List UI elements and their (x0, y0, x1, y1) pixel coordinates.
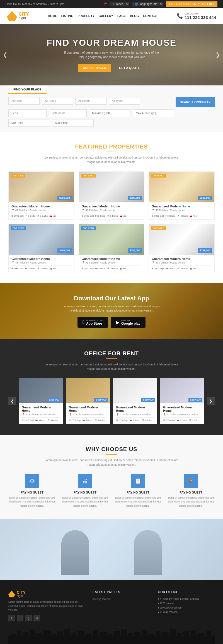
location-pin-icon: 📍 (152, 261, 155, 264)
property-name-0: Guaranteed Modern Home (11, 205, 71, 208)
svg-rect-10 (72, 633, 76, 644)
app-desc: Lorem ipsum dolor sit amet, consectetur … (59, 304, 164, 313)
location-pin-icon: 📍 (82, 209, 85, 212)
property-tag-5: FOR SALE (151, 226, 166, 230)
nav-page[interactable]: PAGE (117, 14, 126, 18)
property-info-5: Guaranteed Modern Home 📍 41 Fullsham Roa… (149, 255, 214, 272)
property-location-1: 📍 41 Fullsham Roads London (82, 209, 142, 212)
featured-property-3[interactable]: FOR RENT $389,000 Guaranteed Modern Home… (8, 224, 74, 272)
app-download-section: Download Our Latest App Lorem ipsum dolo… (0, 283, 223, 339)
rent-property-3[interactable]: $389,000 Guaranteed Modern Home 📍 41 Ful… (160, 378, 204, 424)
status-select[interactable]: All Status (75, 97, 106, 105)
rent-prev-arrow[interactable]: ❮ (8, 397, 16, 405)
location-pin-icon: 📍 (82, 261, 85, 264)
top-bar-right: 🚩 Euronep 🌐 Language: Info LIST YOUR PRO… (104, 1, 217, 7)
nav-contact[interactable]: CONTACT (143, 14, 158, 18)
list-property-button[interactable]: LIST YOUR PROPERTY FOR FREE (166, 1, 217, 7)
featured-property-0[interactable]: FOR SALE $369,000 Guaranteed Modern Home… (8, 171, 74, 220)
app-title: Download Our Latest App (59, 295, 164, 302)
min-area-input[interactable] (89, 109, 130, 117)
property-baths-2: 🚿 3 Baths (177, 215, 188, 217)
max-price-input[interactable] (52, 119, 94, 127)
linkedin-button[interactable]: in (33, 615, 40, 621)
svg-rect-15 (108, 634, 112, 644)
rent-next-arrow[interactable]: ❯ (207, 397, 215, 405)
featured-property-4[interactable]: FOR RENT $395,000 Guaranteed Modern Home… (79, 224, 145, 272)
hero-title: FIND YOUR DREAM HOUSE (47, 38, 176, 48)
svg-rect-29 (206, 631, 211, 644)
why-item-desc-2: Dolor sit amet consectetur adipiscing se… (114, 496, 162, 508)
footer: CITY night Lorem ipsum dolor sit amet, c… (0, 580, 223, 644)
search-property-button[interactable]: SEARCH PROPERTY (176, 97, 215, 107)
google-play-icon: ▶ (116, 319, 120, 325)
phone-number: 111 222 333 444 (185, 15, 216, 20)
svg-rect-18 (128, 633, 133, 644)
app-store-name: App Store (86, 322, 103, 325)
svg-rect-8 (57, 631, 63, 644)
beds-select[interactable]: Beds (8, 109, 47, 117)
svg-rect-26 (183, 631, 189, 644)
rent-property-1[interactable]: $389,000 Guaranteed Modern Home 📍 41 Ful… (66, 378, 110, 424)
nav-property[interactable]: PROPERTY (77, 14, 94, 18)
currency-select[interactable]: Euronep (110, 2, 129, 6)
svg-rect-23 (162, 632, 169, 644)
nav-listing[interactable]: LISTING (61, 14, 73, 18)
featured-desc: Lorem ipsum dolor sit amet, consectetur … (45, 155, 178, 164)
why-item-desc-3: Dolor sit amet consectetur adipiscing se… (167, 496, 215, 508)
why-choose-section: WHY CHOOSE US Lorem ipsum dolor sit amet… (0, 435, 223, 519)
our-services-button[interactable]: OUR SERVICES (78, 64, 111, 72)
rent-property-2[interactable]: $389,000 Guaranteed Modern Home 📍 41 Ful… (113, 378, 157, 424)
property-sqft-5: ⊞ 3002 Sqft (152, 267, 164, 270)
hero-next-arrow[interactable]: ❯ (215, 51, 220, 58)
featured-property-5[interactable]: FOR SALE $389,000 Guaranteed Modern Home… (149, 224, 215, 272)
property-features-3: ⊞ 3000 Sqft 🛏 3 Beds 🚿 3 Baths 🚗 Yes (11, 265, 71, 270)
rent-baths-3: 🚿 3 Baths (188, 419, 199, 422)
svg-rect-14 (99, 632, 107, 644)
property-name-5: Guaranteed Modern Home (152, 257, 212, 260)
featured-property-2[interactable]: FOR SALE $389,000 Guaranteed Modern Home… (149, 171, 215, 220)
footer-logo-city: CITY (17, 590, 26, 595)
google-play-button[interactable]: ▶ Get it on Google play (111, 317, 146, 328)
property-beds-3: 🛏 3 Beds (25, 267, 35, 270)
types-select[interactable]: All Types (109, 97, 140, 105)
areas-select[interactable]: All Areas (42, 97, 73, 105)
nav-home[interactable]: HOME (48, 14, 57, 18)
bathrooms-select[interactable]: Bathrooms (49, 109, 87, 117)
rent-location-0: 📍 41 Fullsham Roads London (22, 413, 60, 416)
twitter-button[interactable]: t (17, 615, 23, 621)
max-area-input[interactable] (133, 109, 174, 117)
property-price-4: $395,000 (128, 248, 142, 253)
hero-prev-arrow[interactable]: ❮ (3, 51, 8, 58)
google-play-text: Get it on Google play (121, 319, 140, 325)
rent-baths-0: 🚿 3 Baths (47, 419, 58, 422)
nav-gallery[interactable]: GALLERY (99, 14, 113, 18)
svg-rect-17 (121, 629, 127, 644)
property-type-1: 🚗 Yes (120, 215, 127, 217)
rent-name-1: Guaranteed Modern Home (69, 406, 107, 412)
logo: CITY night (7, 11, 29, 21)
call-label: Call Us Now (185, 12, 216, 15)
facebook-button[interactable]: f (8, 615, 15, 621)
footer-about: CITY night Lorem ipsum dolor sit amet, c… (8, 590, 84, 621)
nav-blog[interactable]: BLOG (130, 14, 139, 18)
featured-property-1[interactable]: FOR SALE $389,000 Guaranteed Modern Home… (79, 171, 145, 220)
cities-select[interactable]: All Cities (8, 97, 40, 105)
min-price-input[interactable] (8, 119, 50, 127)
google-button[interactable]: g (25, 615, 32, 621)
property-type-0: 🚗 Yes (49, 215, 56, 217)
property-info-0: Guaranteed Modern Home 📍 41 Fullsham Roa… (9, 202, 74, 219)
rent-cards: $389,000 Guaranteed Modern Home 📍 41 Ful… (19, 378, 204, 424)
location-pin-icon: 📍 (152, 209, 155, 212)
rent-features-3: ⊞ 2050 Sqft 🛏 3 Beds 🚿 3 Baths (163, 417, 201, 422)
hero-subtitle: If you dream of designing a new home tha… (64, 50, 159, 59)
property-beds-5: 🛏 3 Beds (166, 267, 175, 270)
property-tag-1: FOR SALE (81, 174, 96, 178)
logo-text: CITY night (19, 12, 29, 20)
get-quote-button[interactable]: GET A QUOTE (114, 64, 145, 72)
app-store-button[interactable]:  Download on the App Store (77, 317, 108, 328)
why-title: WHY CHOOSE US (8, 446, 215, 453)
app-store-text: Download on the App Store (86, 319, 103, 325)
rent-property-0[interactable]: $389,000 Guaranteed Modern Home 📍 41 Ful… (19, 378, 63, 424)
app-store-label: Download on the (86, 319, 103, 322)
language-select[interactable]: 🌐 Language: Info (132, 2, 163, 6)
